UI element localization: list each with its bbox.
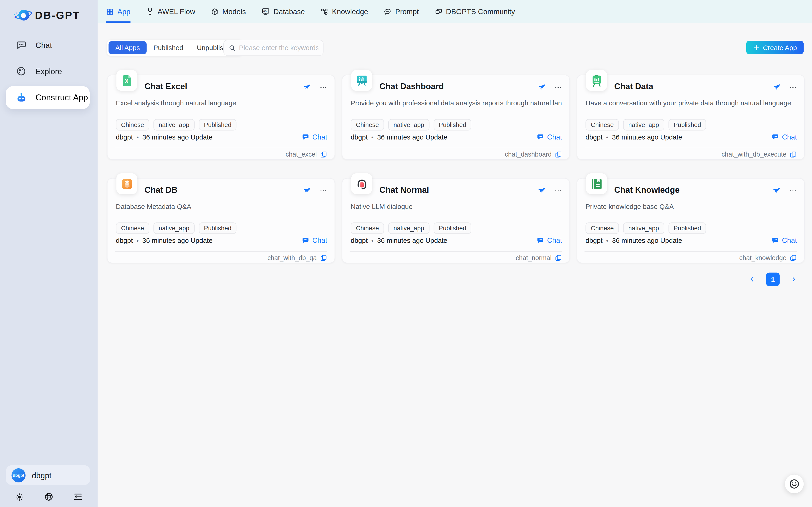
- chat-button-label: Chat: [547, 133, 562, 141]
- sidebar-footer: [0, 492, 98, 502]
- tab-database[interactable]: SQL Database: [262, 0, 305, 23]
- svg-text:SQL: SQL: [263, 10, 268, 12]
- flow-fork-icon: [146, 7, 154, 15]
- dingtalk-share-icon[interactable]: [772, 83, 781, 92]
- sidebar-item-label: Chat: [36, 41, 52, 49]
- copy-icon[interactable]: [320, 151, 327, 158]
- dingtalk-share-icon[interactable]: [538, 83, 546, 92]
- card-tags: Chinese native_app Published: [585, 119, 706, 130]
- tag: native_app: [623, 222, 665, 234]
- card-updated: 36 minutes ago Update: [142, 133, 212, 141]
- explore-planet-icon: [16, 65, 26, 76]
- app-card-chat-db[interactable]: Chat DB Database Metadata Q&A Chinese na…: [107, 178, 335, 263]
- tab-models[interactable]: Models: [211, 0, 246, 23]
- tag: Published: [434, 222, 472, 234]
- copy-icon[interactable]: [320, 254, 327, 262]
- app-card-chat-normal[interactable]: Chat Normal Native LLM dialogue Chinese …: [342, 178, 570, 263]
- app-icon-tile: [117, 173, 137, 194]
- separator-dot: •: [371, 237, 374, 244]
- plus-icon: [753, 44, 760, 51]
- tab-label: DBGPTS Community: [446, 7, 515, 16]
- chat-button[interactable]: Chat: [537, 236, 562, 244]
- tag: native_app: [153, 222, 195, 234]
- search-icon: [229, 44, 236, 51]
- card-title: Chat DB: [145, 185, 178, 195]
- copy-icon[interactable]: [790, 254, 797, 262]
- dingtalk-share-icon[interactable]: [303, 83, 311, 92]
- tab-dbgpts-community[interactable]: DBGPTS Community: [434, 0, 515, 23]
- dingtalk-share-icon[interactable]: [538, 186, 546, 195]
- more-menu-icon[interactable]: [319, 83, 327, 91]
- data-board-icon: [589, 73, 604, 88]
- language-globe-icon[interactable]: [44, 492, 54, 502]
- chat-button[interactable]: Chat: [771, 236, 797, 244]
- more-menu-icon[interactable]: [789, 83, 797, 91]
- tag: Chinese: [116, 119, 149, 130]
- copy-icon[interactable]: [555, 151, 562, 158]
- search-input[interactable]: [239, 44, 318, 52]
- tab-knowledge[interactable]: Knowledge: [320, 0, 368, 23]
- more-menu-icon[interactable]: [319, 186, 327, 194]
- next-page-icon[interactable]: [790, 276, 798, 283]
- user-name: dbgpt: [32, 470, 51, 480]
- app-card-chat-knowledge[interactable]: Chat Knowledge Private knowledge base Q&…: [577, 178, 805, 263]
- tab-label: Knowledge: [332, 7, 368, 16]
- card-title: Chat Normal: [379, 185, 429, 195]
- chat-button-label: Chat: [312, 236, 327, 244]
- app-icon-tile: [586, 173, 607, 194]
- app-card-chat-dashboard[interactable]: Chat Dashboard Provide you with professi…: [342, 75, 570, 160]
- card-title: Chat Data: [614, 82, 653, 91]
- app-card-chat-data[interactable]: Chat Data Have a conversation with your …: [577, 75, 805, 160]
- card-updated: 36 minutes ago Update: [377, 133, 447, 141]
- filter-all-apps[interactable]: All Apps: [109, 41, 146, 54]
- sql-monitor-icon: SQL: [262, 7, 270, 16]
- tab-label: App: [117, 7, 130, 16]
- sidebar-item-explore[interactable]: Explore: [0, 60, 98, 82]
- tab-prompt[interactable]: Prompt: [384, 0, 419, 23]
- card-title: Chat Excel: [145, 82, 187, 91]
- copy-icon[interactable]: [790, 151, 797, 158]
- sidebar: DB-GPT Chat Ex: [0, 0, 98, 507]
- more-menu-icon[interactable]: [789, 186, 797, 194]
- app-card-chat-excel[interactable]: X Chat Excel Excel analysis through natu…: [107, 75, 335, 160]
- tag: Chinese: [585, 119, 619, 130]
- sidebar-item-construct-app[interactable]: Construct App: [6, 86, 89, 109]
- prev-page-icon[interactable]: [748, 276, 756, 283]
- current-page-button[interactable]: 1: [766, 273, 780, 286]
- more-menu-icon[interactable]: [554, 83, 562, 91]
- theme-sun-icon[interactable]: [14, 492, 24, 502]
- card-description: Private knowledge base Q&A: [585, 202, 797, 212]
- more-menu-icon[interactable]: [554, 186, 562, 194]
- card-tags: Chinese native_app Published: [116, 222, 237, 234]
- chat-button-label: Chat: [782, 133, 797, 141]
- brand-name: DB-GPT: [35, 9, 80, 21]
- app-icon-tile: X: [117, 70, 137, 91]
- smiley-icon: [789, 478, 800, 490]
- chat-button[interactable]: Chat: [771, 133, 797, 141]
- dingtalk-share-icon[interactable]: [303, 186, 311, 195]
- filter-published[interactable]: Published: [147, 41, 190, 54]
- tab-label: Prompt: [395, 7, 419, 16]
- user-profile-chip[interactable]: dbgpt dbgpt: [6, 465, 90, 485]
- copy-icon[interactable]: [555, 254, 562, 262]
- grid-icon: [106, 7, 114, 15]
- card-code: chat_excel: [286, 151, 317, 158]
- chat-button[interactable]: Chat: [302, 133, 327, 141]
- feedback-smiley-button[interactable]: [785, 475, 804, 494]
- sidebar-item-chat[interactable]: Chat: [0, 34, 98, 56]
- create-app-button[interactable]: Create App: [746, 41, 804, 54]
- chat-button[interactable]: Chat: [302, 236, 327, 244]
- collapse-sidebar-icon[interactable]: [73, 492, 83, 502]
- tag: Published: [434, 119, 472, 130]
- dingtalk-share-icon[interactable]: [772, 186, 781, 195]
- dbgpt-logo[interactable]: DB-GPT: [12, 6, 80, 24]
- card-code: chat_knowledge: [739, 254, 786, 262]
- card-description: Database Metadata Q&A: [116, 202, 327, 212]
- card-description: Have a conversation with your private da…: [585, 99, 797, 108]
- chat-bubble-icon: [16, 39, 26, 50]
- tab-awel-flow[interactable]: AWEL Flow: [146, 0, 195, 23]
- card-owner: dbgpt: [585, 133, 603, 141]
- tab-app[interactable]: App: [106, 0, 131, 23]
- chat-button[interactable]: Chat: [537, 133, 562, 141]
- tag: Published: [669, 222, 706, 234]
